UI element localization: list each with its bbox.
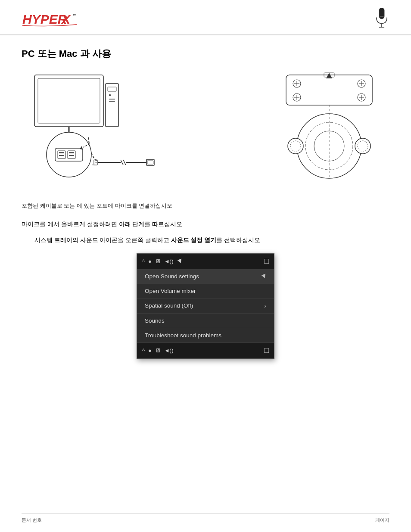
menu-item-open-sound-settings[interactable]: Open Sound settings [137, 269, 274, 284]
connection-diagram-right [269, 71, 389, 191]
svg-text:c: c [92, 163, 93, 167]
menu-item-sounds[interactable]: Sounds [137, 314, 274, 328]
svg-text:HYPER: HYPER [22, 12, 67, 26]
svg-rect-12 [108, 87, 116, 91]
svg-rect-13 [109, 94, 111, 96]
mic-diagram [269, 71, 389, 191]
svg-rect-21 [69, 152, 74, 153]
svg-rect-20 [59, 152, 64, 153]
connection-diagram-left: c ⇒ [22, 71, 168, 191]
page-footer: 문서 번호 페이지 [22, 513, 389, 523]
svg-rect-23 [69, 155, 74, 156]
svg-rect-17 [55, 148, 83, 161]
sub-instruction: 시스템 트레이의 사운드 아이콘을 오른쪽 클릭하고 사운드 설정 열기를 선택… [34, 236, 389, 246]
diagram-caption: 포함된 케이블로 또는 에 있는 포트에 마이크를 연결하십시오 [22, 202, 389, 211]
menu-item-open-volume-mixer[interactable]: Open Volume mixer [137, 284, 274, 299]
svg-line-31 [123, 160, 126, 165]
taskbar-bottom: ^ ● 🖥 ◄)) □ [137, 343, 274, 358]
svg-point-53 [355, 138, 371, 154]
diagram-area: c ⇒ [22, 71, 389, 191]
svg-rect-7 [34, 75, 103, 127]
menu-item-troubleshoot[interactable]: Troubleshoot sound problems [137, 328, 274, 343]
footer-page-number: 페이지 [375, 517, 389, 523]
cursor-arrow [177, 259, 182, 264]
taskbar-notification-area-top: □ [264, 257, 269, 266]
taskbar-icons-top: ^ ● 🖥 ◄)) [142, 258, 182, 264]
svg-rect-22 [59, 155, 64, 156]
svg-rect-6 [380, 16, 384, 17]
hyperx-logo: HYPER X ™ [22, 10, 78, 28]
svg-rect-33 [146, 159, 154, 165]
menu-item-spatial-sound[interactable]: Spatial sound (Off) › [137, 299, 274, 314]
pc-diagram: c ⇒ [22, 71, 168, 191]
page-header: HYPER X ™ [0, 0, 411, 35]
svg-rect-34 [147, 161, 153, 164]
svg-rect-15 [109, 101, 115, 102]
svg-line-30 [121, 160, 123, 165]
chevron-icon: › [264, 302, 266, 309]
svg-text:⇒: ⇒ [95, 161, 97, 164]
taskbar-top: ^ ● 🖥 ◄)) □ [137, 254, 274, 269]
svg-rect-14 [109, 99, 115, 100]
windows-context-menu: ^ ● 🖥 ◄)) □ Open Sound settings Open Vol [137, 253, 274, 359]
footer-doc-number: 문서 번호 [22, 517, 42, 523]
svg-marker-48 [326, 73, 332, 78]
svg-rect-8 [38, 78, 100, 123]
svg-text:X: X [61, 12, 71, 26]
context-menu-wrapper: ^ ● 🖥 ◄)) □ Open Sound settings Open Vol [22, 253, 389, 359]
microphone-icon-header [374, 8, 389, 30]
svg-rect-3 [379, 8, 384, 19]
taskbar-notification-area-bottom: □ [264, 346, 269, 355]
main-instruction: 마이크를 에서 올바르게 설정하려면 아래 단계를 따르십시오 [22, 219, 389, 230]
logo-area: HYPER X ™ [22, 10, 78, 28]
section-title: PC 또는 Mac 과 사용 [22, 47, 389, 60]
svg-point-55 [288, 138, 303, 154]
cursor-arrow-menu [262, 274, 267, 279]
svg-text:™: ™ [72, 13, 77, 18]
page-content: PC 또는 Mac 과 사용 [0, 35, 411, 376]
taskbar-icons-bottom: ^ ● 🖥 ◄)) [142, 347, 174, 354]
